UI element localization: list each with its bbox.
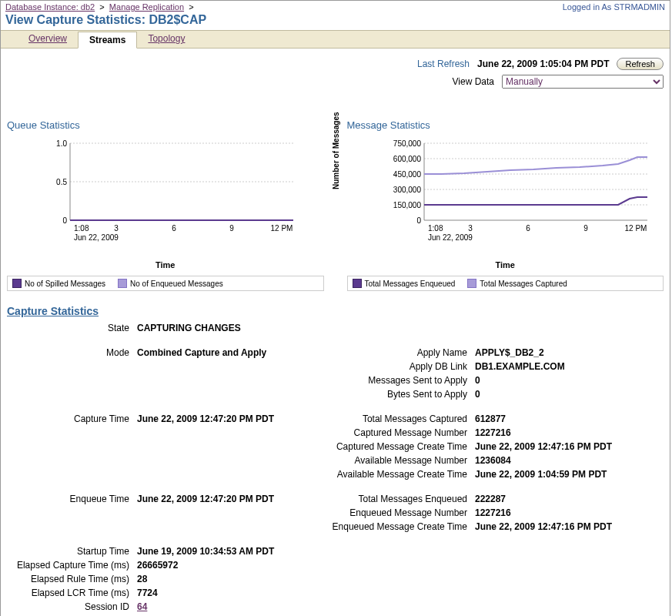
svg-text:1.0: 1.0 <box>56 139 67 148</box>
queue-stats-xlabel: Time <box>7 260 324 270</box>
stat-label: Bytes Sent to Apply <box>319 388 473 400</box>
svg-text:0: 0 <box>416 216 421 225</box>
last-refresh-label: Last Refresh <box>417 59 470 69</box>
stat-value: 0 <box>475 388 662 400</box>
stat-value: June 22, 2009 1:04:59 PM PDT <box>475 468 662 480</box>
svg-text:9: 9 <box>583 224 588 233</box>
stat-value: Combined Capture and Apply <box>137 346 318 359</box>
svg-text:Jun 22, 2009: Jun 22, 2009 <box>74 233 119 242</box>
svg-text:9: 9 <box>229 224 234 233</box>
svg-text:12 PM: 12 PM <box>624 224 647 233</box>
breadcrumb-manage-replication[interactable]: Manage Replication <box>109 2 184 12</box>
stat-value: 612877 <box>475 413 662 425</box>
stat-value: June 22, 2009 12:47:20 PM PDT <box>137 493 318 505</box>
stat-label: Startup Time <box>8 545 135 557</box>
stat-label: Elapsed LCR Time (ms) <box>8 587 135 599</box>
view-data-select[interactable]: Manually <box>502 75 664 89</box>
tab-streams[interactable]: Streams <box>78 32 137 49</box>
refresh-button[interactable]: Refresh <box>617 58 664 70</box>
stat-label: Elapsed Rule Time (ms) <box>8 573 135 585</box>
last-refresh-value: June 22, 2009 1:05:04 PM PDT <box>477 59 609 69</box>
stat-label: Capture Time <box>8 413 135 425</box>
breadcrumb-db-instance[interactable]: Database Instance: db2 <box>5 2 95 12</box>
stat-value: June 22, 2009 12:47:16 PM PDT <box>475 521 662 533</box>
stat-label: Apply DB Link <box>319 360 473 373</box>
page-title: View Capture Statistics: DB2$CAP <box>1 12 670 30</box>
svg-text:600,000: 600,000 <box>393 155 421 163</box>
stat-value: APPLY$_DB2_2 <box>475 346 662 359</box>
tab-topology[interactable]: Topology <box>137 31 196 48</box>
message-stats-title: Message Statistics <box>347 119 664 131</box>
tabbar: Overview Streams Topology <box>1 30 670 49</box>
svg-rect-14 <box>424 143 647 220</box>
stat-value: DB1.EXAMPLE.COM <box>475 360 662 373</box>
stat-value: 1227216 <box>475 427 662 439</box>
svg-text:3: 3 <box>114 224 119 233</box>
stat-value: 1227216 <box>475 507 662 519</box>
legend-swatch-icon <box>467 279 476 288</box>
queue-stats-chart: Number of Messages 1.0 0.5 0 1:08 3 6 <box>7 136 324 259</box>
stat-label: Enqueued Message Create Time <box>319 521 473 533</box>
message-stats-legend: Total Messages Enqueued Total Messages C… <box>347 276 664 291</box>
svg-text:6: 6 <box>172 224 176 233</box>
legend-swatch-icon <box>12 279 22 288</box>
svg-text:6: 6 <box>526 224 530 233</box>
stat-value: 26665972 <box>137 559 318 571</box>
stat-label: Available Message Number <box>319 454 473 467</box>
svg-text:3: 3 <box>468 224 473 233</box>
stat-value: 222287 <box>475 493 662 505</box>
stat-value: June 19, 2009 10:34:53 AM PDT <box>137 545 318 557</box>
svg-text:12 PM: 12 PM <box>271 224 293 233</box>
stat-label: Enqueue Time <box>8 493 135 505</box>
stat-value: 1236084 <box>475 454 662 467</box>
message-stats-chart: Number of Messages 750,000 600,000 450,0… <box>347 136 664 259</box>
stat-label: Captured Message Number <box>319 427 473 439</box>
stat-value: June 22, 2009 12:47:20 PM PDT <box>137 413 318 425</box>
breadcrumb: Database Instance: db2 > Manage Replicat… <box>5 2 194 12</box>
message-stats-xlabel: Time <box>347 260 664 270</box>
stat-label: Enqueued Message Number <box>319 507 473 519</box>
queue-stats-title: Queue Statistics <box>7 119 324 131</box>
legend-swatch-icon <box>118 279 127 288</box>
stat-label: Apply Name <box>319 346 473 359</box>
svg-text:1:08: 1:08 <box>74 224 89 233</box>
svg-text:0: 0 <box>62 216 67 225</box>
svg-text:450,000: 450,000 <box>393 170 421 179</box>
stat-label: Total Messages Captured <box>319 413 473 425</box>
logged-in-label: Logged in As STRMADMIN <box>563 2 665 12</box>
message-stats-ylabel: Number of Messages <box>332 112 340 189</box>
stat-value: June 22, 2009 12:47:16 PM PDT <box>475 440 662 453</box>
tab-overview[interactable]: Overview <box>18 31 78 48</box>
queue-stats-legend: No of Spilled Messages No of Enqueued Me… <box>7 276 324 291</box>
svg-text:750,000: 750,000 <box>393 139 421 148</box>
stat-label: State <box>8 322 135 334</box>
stat-label: Mode <box>8 346 135 359</box>
session-id-link[interactable]: 64 <box>137 601 318 613</box>
stat-value: 7724 <box>137 587 318 599</box>
stat-label: Messages Sent to Apply <box>319 374 473 387</box>
stat-label: Elapsed Capture Time (ms) <box>8 559 135 571</box>
svg-text:1:08: 1:08 <box>428 224 443 233</box>
stat-label: Available Message Create Time <box>319 468 473 480</box>
svg-text:150,000: 150,000 <box>393 201 421 209</box>
stat-value: 28 <box>137 573 318 585</box>
svg-text:0.5: 0.5 <box>56 178 67 186</box>
stat-label: Total Messages Enqueued <box>319 493 473 505</box>
legend-swatch-icon <box>353 279 362 288</box>
stat-label: Session ID <box>8 601 135 613</box>
view-data-label: View Data <box>453 76 494 87</box>
stat-value: CAPTURING CHANGES <box>137 322 318 334</box>
stat-label: Captured Message Create Time <box>319 440 473 453</box>
svg-text:300,000: 300,000 <box>393 186 421 194</box>
stat-value: 0 <box>475 374 662 387</box>
capture-statistics-table: State CAPTURING CHANGES Mode Combined Ca… <box>7 320 664 616</box>
svg-text:Jun 22, 2009: Jun 22, 2009 <box>428 233 473 242</box>
capture-statistics-title: Capture Statistics <box>7 305 664 317</box>
